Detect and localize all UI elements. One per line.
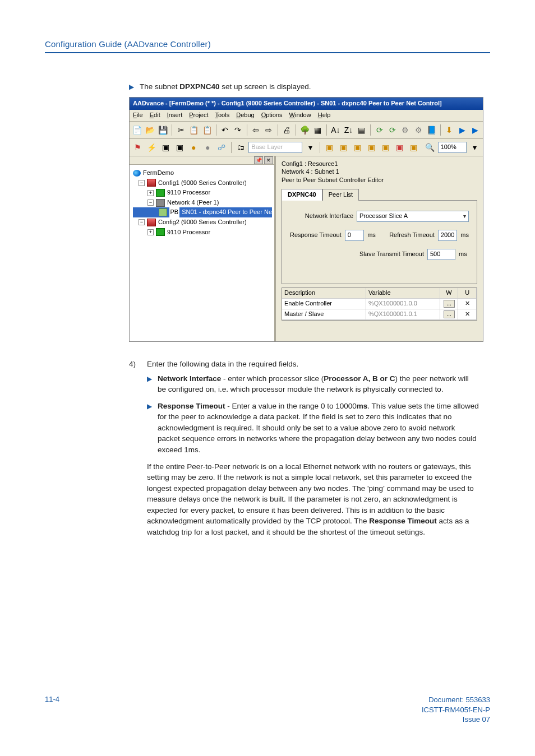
menu-edit[interactable]: Edit [150, 111, 160, 120]
tb-f7-icon[interactable]: ▣ [408, 141, 419, 154]
tb-refresh2-icon[interactable]: ⟳ [387, 123, 398, 137]
tb-dot-icon[interactable]: ● [188, 141, 200, 154]
tree-close-icon[interactable]: ✕ [264, 156, 273, 164]
network-interface-dropdown[interactable]: Processor Slice A ▾ [357, 211, 469, 222]
expander-icon[interactable]: − [147, 200, 154, 206]
bullet-arrow-icon: ▶ [147, 374, 152, 384]
response-timeout-input[interactable]: 0 [345, 230, 365, 241]
tb-f5-icon[interactable]: ▣ [380, 141, 391, 154]
tb-sep [320, 142, 320, 153]
tb-play-icon[interactable]: ▶ [457, 123, 468, 137]
project-tree[interactable]: FermDemo − Config1 (9000 Series Controll… [130, 165, 274, 240]
menu-options[interactable]: Options [261, 111, 283, 120]
expander-icon[interactable]: + [147, 229, 154, 235]
network-icon [156, 199, 165, 207]
browse-button[interactable]: ... [444, 310, 455, 318]
slave-transmit-timeout-input[interactable]: 500 [427, 249, 455, 260]
tb-print-icon[interactable]: 🖨 [282, 123, 292, 137]
menu-project[interactable]: Project [189, 111, 208, 120]
zoom-box[interactable]: 100% [438, 142, 467, 153]
tb-download-icon[interactable]: ⬇ [444, 123, 455, 137]
tb-play2-icon[interactable]: ▶ [470, 123, 481, 137]
tb-save-icon[interactable]: 💾 [158, 123, 168, 137]
tb-flag-icon[interactable]: ⚑ [132, 141, 144, 154]
tree-config1[interactable]: − Config1 (9000 Series Controller) [133, 178, 272, 188]
tb-f3-icon[interactable]: ▣ [352, 141, 363, 154]
expander-icon[interactable]: − [139, 180, 145, 186]
menu-window[interactable]: Window [289, 111, 311, 120]
tb-zoomchev-icon[interactable]: ▾ [469, 141, 481, 154]
tree-net4[interactable]: − Network 4 (Peer 1) [133, 198, 272, 208]
tb-back-icon[interactable]: ⇦ [251, 123, 261, 137]
tb-book-icon[interactable]: 📘 [426, 123, 437, 137]
tb-fwd-icon[interactable]: ⇨ [264, 123, 274, 137]
tb-bolt-icon[interactable]: ⚡ [146, 141, 158, 154]
tb-f6-icon[interactable]: ▣ [394, 141, 405, 154]
menu-help[interactable]: Help [318, 111, 331, 120]
layer-dropdown[interactable]: Base Layer [248, 142, 302, 153]
refresh-timeout-input[interactable]: 2000 [438, 230, 458, 241]
tb-copy-icon[interactable]: 📋 [188, 123, 199, 137]
tree-pin-icon[interactable]: 📌 [254, 156, 263, 164]
expander-icon[interactable]: − [139, 219, 145, 225]
table-row[interactable]: Enable Controller %QX1000001.0.0 ... ✕ [282, 299, 477, 309]
menu-debug[interactable]: Debug [236, 111, 254, 120]
tab-peer-list[interactable]: Peer List [322, 189, 359, 201]
controller-icon [147, 179, 156, 187]
td-u[interactable]: ✕ [458, 299, 477, 309]
td-w[interactable]: ... [440, 309, 459, 320]
tb-sim-icon[interactable]: ▣ [174, 141, 186, 154]
bullet-rt-m1: - Enter a value in the range 0 to 10000 [225, 402, 357, 410]
tb-open-icon[interactable]: 📂 [145, 123, 155, 137]
tb-link-icon[interactable]: ☍ [216, 141, 228, 154]
bullet-rt-b1: Response Timeout [158, 402, 225, 410]
row-timeouts: Response Timeout 0 ms Refresh Timeout 20… [290, 230, 469, 241]
tb-gear2-icon[interactable]: ⚙ [413, 123, 423, 137]
page-header-title: Configuration Guide (AADvance Controller… [45, 39, 490, 49]
tree-proc2[interactable]: + 9110 Processor [133, 228, 272, 238]
tb-redo-icon[interactable]: ↷ [233, 123, 243, 137]
tb-undo-icon[interactable]: ↶ [220, 123, 230, 137]
tb-chip-icon[interactable]: ▣ [160, 141, 172, 154]
menu-insert[interactable]: Insert [167, 111, 183, 120]
document-page: Configuration Guide (AADvance Controller… [0, 0, 535, 756]
td-u[interactable]: ✕ [458, 309, 477, 320]
td-w[interactable]: ... [440, 299, 459, 309]
td-desc: Enable Controller [282, 299, 366, 309]
tb-zoom-icon[interactable]: 🔍 [424, 141, 436, 154]
tb-grid-icon[interactable]: ▦ [312, 123, 323, 137]
tb-sort-za-icon[interactable]: Z↓ [343, 123, 354, 137]
tab-dxpnc40-label: DXPNC40 [288, 191, 316, 198]
menu-file[interactable]: File [133, 111, 143, 120]
tb-paste-icon[interactable]: 📋 [202, 123, 213, 137]
tree-root[interactable]: FermDemo [133, 168, 272, 178]
tb-f4-icon[interactable]: ▣ [366, 141, 377, 154]
menu-tools[interactable]: Tools [215, 111, 230, 120]
expander-icon[interactable]: + [147, 190, 154, 196]
tree-sn01[interactable]: PB SN01 - dxpnc40 Peer to Peer Ne [133, 207, 272, 217]
browse-button[interactable]: ... [444, 300, 455, 308]
tab-dxpnc40[interactable]: DXPNC40 [282, 189, 322, 201]
tree-proc1[interactable]: + 9110 Processor [133, 188, 272, 198]
th-u: U [458, 288, 477, 299]
tb-sort-az-icon[interactable]: A↓ [330, 123, 341, 137]
tb-f2-icon[interactable]: ▣ [338, 141, 349, 154]
tb-gear-icon[interactable]: ⚙ [400, 123, 411, 137]
editor-breadcrumb: Config1 : Resource1 Network 4 : Subnet 1… [276, 156, 483, 185]
stt-value: 500 [430, 250, 440, 259]
intro-line: ▶ The subnet DPXPNC40 set up screen is d… [129, 81, 479, 92]
tb-layerchev-icon[interactable]: ▾ [305, 141, 316, 154]
tree-config2[interactable]: − Config2 (9000 Series Controller) [133, 217, 272, 228]
table-row[interactable]: Master / Slave %QX1000001.0.1 ... ✕ [282, 309, 477, 320]
tb-refresh-icon[interactable]: ⟳ [374, 123, 385, 137]
tb-cut-icon[interactable]: ✂ [176, 123, 186, 137]
bullet-arrow-icon: ▶ [147, 401, 152, 412]
tb-opts-icon[interactable]: ▤ [356, 123, 367, 137]
bullet-ni-b1: Network Interface [158, 374, 221, 383]
tb-new-icon[interactable]: 📄 [132, 123, 142, 137]
tb-f1-icon[interactable]: ▣ [324, 141, 335, 154]
tb-layers-icon[interactable]: 🗂 [234, 141, 246, 154]
tb-dot2-icon[interactable]: ● [202, 141, 214, 154]
tb-tree-icon[interactable]: 🌳 [299, 123, 310, 137]
tree-pane: 📌 ✕ FermDemo − Config1 (9000 Series Cont… [130, 156, 276, 341]
